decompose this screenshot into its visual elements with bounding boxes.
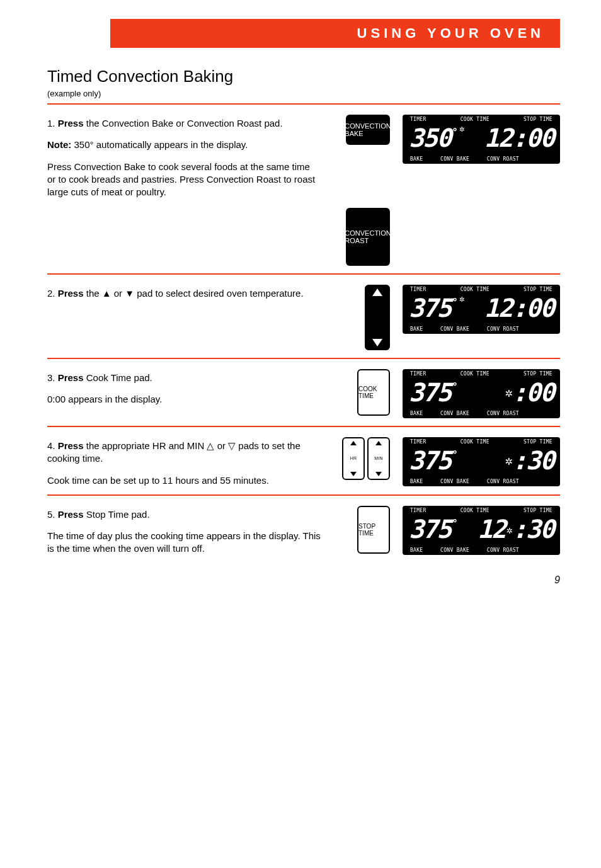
step-text: 4. Press the appropriate HR and MIN △ or… <box>47 437 321 487</box>
step-action: Press <box>58 440 84 451</box>
step-extra: Press Convection Bake to cook several fo… <box>47 161 321 199</box>
lcd-label-stop: STOP TIME <box>524 117 552 122</box>
lcd-time: 12:00 <box>484 294 554 323</box>
lcd-label-stop: STOP TIME <box>524 371 552 377</box>
page-number: 9 <box>47 574 560 586</box>
lcd-temp: 375 <box>409 446 450 475</box>
lcd-label-bake: BAKE <box>410 156 423 162</box>
step-num: 5. <box>47 509 55 520</box>
triangle-up-icon <box>375 441 382 445</box>
step-3: 3. Press Cook Time pad. 0:00 appears in … <box>47 369 560 418</box>
step-action: Press <box>58 118 84 128</box>
lcd-label-cook: COOK TIME <box>461 287 489 292</box>
header-banner: USING YOUR OVEN <box>110 19 560 48</box>
step-2: 2. Press the ▲ or ▼ pad to select desire… <box>47 285 560 350</box>
preheat-icon: ✲ <box>459 123 464 134</box>
lcd-label-convroast: CONV ROAST <box>487 411 519 416</box>
lcd-label-cook: COOK TIME <box>461 117 489 122</box>
step-rest: the Convection Bake or Convection Roast … <box>84 118 283 128</box>
step-text: 1. Press the Convection Bake or Convecti… <box>47 115 321 198</box>
lcd-temp: 375 <box>409 294 450 323</box>
step-rest: Cook Time pad. <box>84 372 152 383</box>
step-1: 1. Press the Convection Bake or Convecti… <box>47 115 560 266</box>
divider <box>47 494 560 496</box>
triangle-down-icon <box>372 339 382 346</box>
preheat-icon: ✲ <box>459 294 464 304</box>
hr-label: HR <box>350 456 357 461</box>
min-label: MIN <box>374 456 382 461</box>
lcd-label-cook: COOK TIME <box>461 508 489 513</box>
lcd-label-convroast: CONV ROAST <box>487 479 519 484</box>
cook-icon: ✲ <box>505 385 512 400</box>
lcd-label-cook: COOK TIME <box>461 439 489 445</box>
triangle-down-icon <box>350 472 357 476</box>
stop-time-pad[interactable]: STOP TIME <box>357 506 390 554</box>
step-num: 2. <box>47 288 55 299</box>
note-label: Note: <box>47 139 71 150</box>
lcd-label-stop: STOP TIME <box>524 439 552 445</box>
lcd-label-convroast: CONV ROAST <box>487 156 519 162</box>
divider <box>47 273 560 275</box>
oven-display: TIMER COOK TIME STOP TIME 350°✲ 12:00 BA… <box>403 115 560 164</box>
lcd-temp: 350 <box>409 123 450 152</box>
step-text: 5. Press Stop Time pad. The time of day … <box>47 506 321 556</box>
section-title: Timed Convection Baking <box>47 67 560 86</box>
step-rest: the ▲ or ▼ pad to select desired oven te… <box>84 288 304 299</box>
lcd-label-convroast: CONV ROAST <box>487 326 519 332</box>
step-action: Press <box>58 372 84 383</box>
triangle-up-icon <box>350 441 357 445</box>
lcd-label-timer: TIMER <box>410 439 426 445</box>
step-note: 0:00 appears in the display. <box>47 393 321 406</box>
step-note: Cook time can be set up to 11 hours and … <box>47 474 321 487</box>
convection-roast-pad[interactable]: CONVECTION ROAST <box>346 208 390 266</box>
divider <box>47 103 560 105</box>
step-action: Press <box>58 509 84 520</box>
lcd-label-bake: BAKE <box>410 326 423 332</box>
note-text: 350° automatically appears in the displa… <box>71 139 248 150</box>
lcd-label-bake: BAKE <box>410 479 423 484</box>
step-4: 4. Press the appropriate HR and MIN △ or… <box>47 437 560 487</box>
lcd-label-stop: STOP TIME <box>524 287 552 292</box>
lcd-time: :30 <box>512 446 554 475</box>
step-text: 2. Press the ▲ or ▼ pad to select desire… <box>47 285 321 300</box>
lcd-label-timer: TIMER <box>410 371 426 377</box>
step-note: The time of day plus the cooking time ap… <box>47 530 321 556</box>
lcd-temp: 375 <box>409 378 450 407</box>
step-text: 3. Press Cook Time pad. 0:00 appears in … <box>47 369 321 406</box>
cook-icon: ✲ <box>505 453 512 468</box>
lcd-time-pre: 12 <box>478 515 505 544</box>
lcd-label-timer: TIMER <box>410 508 426 513</box>
hr-up-down-pad[interactable]: HR <box>342 437 365 480</box>
cook-time-pad[interactable]: COOK TIME <box>357 369 390 416</box>
oven-display: TIMER COOK TIME STOP TIME 375° ✲:30 BAKE… <box>403 437 560 486</box>
oven-display: TIMER COOK TIME STOP TIME 375° 12✲:30 BA… <box>403 506 560 555</box>
lcd-label-convroast: CONV ROAST <box>487 547 519 553</box>
step-rest: the appropriate HR and MIN △ or ▽ pads t… <box>47 440 300 464</box>
step-action: Press <box>58 288 84 299</box>
step-5: 5. Press Stop Time pad. The time of day … <box>47 506 560 556</box>
step-num: 3. <box>47 372 55 383</box>
lcd-label-stop: STOP TIME <box>524 508 552 513</box>
lcd-label-mode: CONV BAKE <box>440 326 469 332</box>
lcd-label-mode: CONV BAKE <box>440 411 469 416</box>
lcd-label-timer: TIMER <box>410 287 426 292</box>
triangle-up-icon <box>372 288 382 296</box>
oven-display: TIMER COOK TIME STOP TIME 375° ✲:00 BAKE… <box>403 369 560 418</box>
convection-bake-pad[interactable]: CONVECTION BAKE <box>346 115 390 145</box>
step-rest: Stop Time pad. <box>84 509 150 520</box>
lcd-label-mode: CONV BAKE <box>440 156 469 162</box>
section-subtitle: (example only) <box>47 89 560 98</box>
lcd-label-mode: CONV BAKE <box>440 479 469 484</box>
lcd-label-mode: CONV BAKE <box>440 547 469 553</box>
lcd-label-cook: COOK TIME <box>461 371 489 377</box>
lcd-time: 12:00 <box>484 123 554 152</box>
temp-up-down-pad[interactable] <box>365 285 390 350</box>
divider <box>47 358 560 359</box>
oven-display: TIMER COOK TIME STOP TIME 375°✲ 12:00 BA… <box>403 285 560 334</box>
min-up-down-pad[interactable]: MIN <box>367 437 390 480</box>
lcd-label-timer: TIMER <box>410 117 426 122</box>
lcd-label-bake: BAKE <box>410 547 423 553</box>
step-num: 4. <box>47 440 55 451</box>
lcd-label-bake: BAKE <box>410 411 423 416</box>
step-num: 1. <box>47 118 55 128</box>
